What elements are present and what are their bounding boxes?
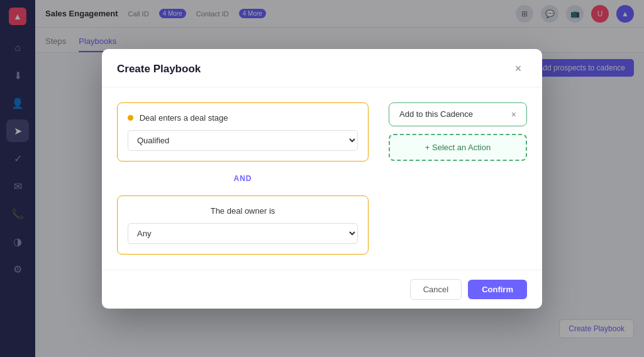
cadence-close-button[interactable]: ×: [511, 109, 516, 119]
right-column: Add to this Cadence × + Select an Action: [389, 102, 527, 255]
condition-2-select[interactable]: Any Me Specific User: [128, 223, 358, 244]
condition-card-1: Deal enters a deal stage Qualified Prosp…: [117, 102, 369, 162]
and-label: AND: [117, 172, 369, 185]
condition-card-2: The deal owner is Any Me Specific User: [117, 195, 369, 255]
cadence-label: Add to this Cadence: [399, 109, 473, 119]
modal-title: Create Playbook: [117, 63, 201, 75]
modal-header: Create Playbook ×: [102, 49, 542, 87]
condition-2-title: The deal owner is: [128, 206, 358, 216]
modal-overlay: Create Playbook × Deal enters a deal sta…: [0, 0, 644, 357]
confirm-button[interactable]: Confirm: [468, 280, 527, 299]
cancel-button[interactable]: Cancel: [410, 279, 462, 300]
condition-dot-icon: [128, 115, 133, 121]
condition-1-title: Deal enters a deal stage: [128, 113, 358, 123]
select-action-button[interactable]: + Select an Action: [389, 134, 527, 161]
create-playbook-modal: Create Playbook × Deal enters a deal sta…: [102, 49, 542, 309]
modal-body: Deal enters a deal stage Qualified Prosp…: [102, 87, 542, 270]
left-column: Deal enters a deal stage Qualified Prosp…: [117, 102, 369, 255]
condition-1-select[interactable]: Qualified Prospect Negotiation Closed Wo…: [128, 130, 358, 151]
modal-close-button[interactable]: ×: [509, 60, 527, 78]
cadence-card: Add to this Cadence ×: [389, 102, 527, 126]
modal-footer: Cancel Confirm: [102, 270, 542, 309]
